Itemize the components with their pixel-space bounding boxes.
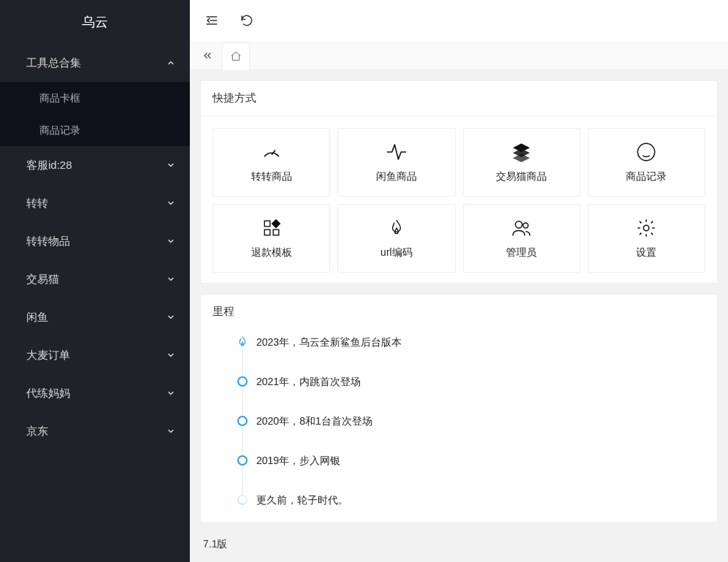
content: 快捷方式 转转商品 闲鱼商品 [190, 70, 728, 562]
timeline-text: 更久前，轮子时代。 [256, 494, 348, 507]
menu-item-zhuanwupin[interactable]: 转转物品 [0, 222, 190, 260]
menu-item-jd[interactable]: 京东 [0, 412, 190, 450]
chevron-down-icon [166, 199, 175, 208]
menu-item-dailian[interactable]: 代练妈妈 [0, 374, 190, 412]
tab-home[interactable] [222, 42, 250, 70]
svg-point-7 [638, 143, 655, 160]
tile-jiaoyimao[interactable]: 交易猫商品 [463, 128, 581, 197]
svg-rect-9 [264, 229, 270, 235]
svg-rect-8 [264, 221, 270, 227]
menu-label: 代练妈妈 [26, 387, 70, 399]
chevron-down-icon [166, 237, 175, 246]
grid-icon [261, 217, 283, 239]
tile-label: url编码 [380, 246, 413, 259]
menu-label: 京东 [26, 425, 48, 437]
home-icon [230, 50, 242, 62]
menu-label: 交易猫 [26, 273, 59, 285]
card-header: 里程 [201, 295, 717, 329]
menu-label: 工具总合集 [26, 56, 81, 69]
timeline-text: 2020年，8和1台首次登场 [256, 415, 372, 428]
tile-label: 管理员 [506, 246, 537, 259]
collapse-menu-icon[interactable] [204, 13, 219, 28]
timeline-item: 更久前，轮子时代。 [237, 494, 702, 512]
chevron-down-icon [166, 313, 175, 322]
menu-item-damai[interactable]: 大麦订单 [0, 336, 190, 374]
menu-item-xianyu[interactable]: 闲鱼 [0, 298, 190, 336]
timeline-item: 2021年，内跳首次登场 [237, 376, 702, 415]
tile-xianyu[interactable]: 闲鱼商品 [337, 128, 455, 197]
timeline-text: 2023年，乌云全新鲨鱼后台版本 [256, 336, 402, 349]
app-title: 乌云 [0, 0, 190, 44]
tile-zhuanzhuan[interactable]: 转转商品 [212, 128, 330, 197]
chevron-down-icon [166, 275, 175, 284]
menu-label: 转转物品 [26, 235, 70, 247]
timeline-dot-icon [237, 376, 248, 387]
users-icon [510, 217, 532, 239]
timeline-text: 2021年，内跳首次登场 [256, 376, 361, 389]
menu-item-jiaoyimao[interactable]: 交易猫 [0, 260, 190, 298]
gear-icon [635, 217, 657, 239]
topbar [190, 0, 728, 41]
timeline-item: 2020年，8和1台首次登场 [237, 415, 702, 455]
submenu-tools: 商品卡框 商品记录 [0, 82, 190, 146]
timeline: 2023年，乌云全新鲨鱼后台版本 2021年，内跳首次登场 2020年，8和1台… [212, 329, 705, 512]
svg-rect-11 [272, 220, 280, 228]
card-timeline: 里程 2023年，乌云全新鲨鱼后台版本 2021年，内跳首次登场 [200, 294, 718, 522]
card-header: 快捷方式 [201, 81, 717, 116]
timeline-item: 2019年，步入网银 [237, 455, 702, 494]
flame-icon [386, 217, 407, 239]
menu: 工具总合集 商品卡框 商品记录 客服id:28 转转 转转物品 [0, 44, 190, 450]
svg-point-13 [523, 223, 528, 228]
main: 快捷方式 转转商品 闲鱼商品 [190, 0, 728, 562]
timeline-dot-icon [237, 495, 248, 505]
timeline-dot-icon [237, 416, 248, 426]
flame-icon [236, 335, 249, 349]
menu-label: 客服id:28 [26, 159, 72, 171]
svg-point-12 [516, 221, 522, 228]
chevron-down-icon [166, 389, 175, 398]
menu-label: 转转 [26, 197, 48, 209]
menu-label: 闲鱼 [26, 311, 48, 323]
menu-item-kefu[interactable]: 客服id:28 [0, 146, 190, 184]
tile-urlencode[interactable]: url编码 [337, 204, 455, 273]
svg-marker-6 [513, 153, 529, 162]
face-icon [635, 141, 657, 163]
sidebar: 乌云 工具总合集 商品卡框 商品记录 客服id:28 转转 转转物品 [0, 0, 190, 562]
submenu-item-card[interactable]: 商品卡框 [0, 82, 190, 114]
shortcut-grid: 转转商品 闲鱼商品 交易猫商品 [212, 128, 705, 273]
pulse-icon [386, 141, 407, 163]
submenu-item-record[interactable]: 商品记录 [0, 114, 190, 146]
menu-item-zhuan[interactable]: 转转 [0, 184, 190, 222]
tile-label: 转转商品 [251, 170, 292, 183]
svg-point-14 [644, 225, 649, 230]
menu-item-tools[interactable]: 工具总合集 [0, 44, 190, 82]
tile-label: 退款模板 [251, 246, 292, 259]
tile-record[interactable]: 商品记录 [588, 128, 705, 197]
tile-label: 设置 [636, 246, 656, 259]
timeline-item: 2023年，乌云全新鲨鱼后台版本 [237, 336, 702, 376]
tile-settings[interactable]: 设置 [588, 204, 705, 273]
refresh-icon[interactable] [240, 13, 254, 28]
chevron-down-icon [166, 161, 175, 170]
tile-refund[interactable]: 退款模板 [212, 204, 330, 273]
timeline-dot-icon [237, 455, 248, 466]
version-text: 7.1版 [200, 532, 718, 562]
stack-icon [510, 141, 532, 163]
tile-label: 商品记录 [626, 170, 667, 183]
tab-back-icon[interactable] [197, 45, 218, 66]
tile-label: 闲鱼商品 [376, 170, 417, 183]
menu-label: 大麦订单 [26, 349, 70, 361]
chevron-up-icon [166, 58, 175, 67]
gauge-icon [261, 141, 283, 163]
timeline-text: 2019年，步入网银 [256, 455, 340, 468]
card-shortcuts: 快捷方式 转转商品 闲鱼商品 [200, 80, 718, 284]
chevron-down-icon [166, 427, 175, 436]
tile-admin[interactable]: 管理员 [463, 204, 581, 273]
chevron-down-icon [166, 351, 175, 360]
tab-strip [190, 41, 728, 70]
svg-rect-10 [273, 229, 279, 235]
tile-label: 交易猫商品 [496, 170, 547, 183]
